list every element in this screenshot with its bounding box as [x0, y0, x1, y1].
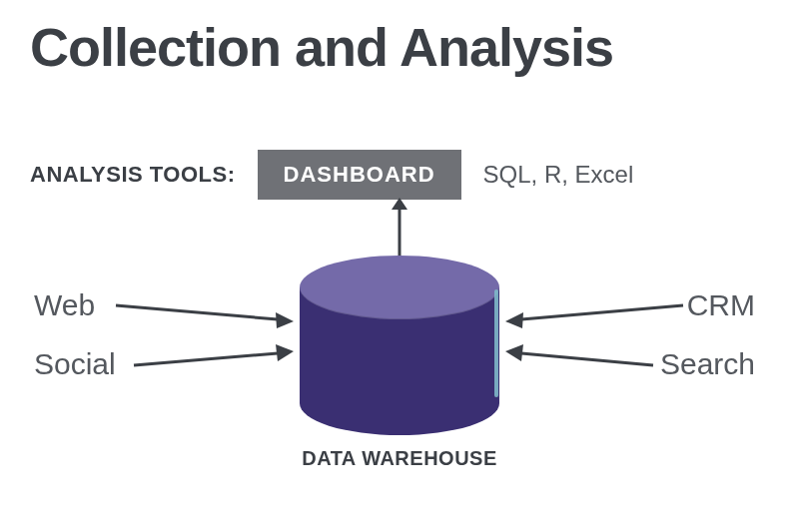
- analysis-tools-label: ANALYSIS TOOLS:: [30, 162, 236, 188]
- page-title: Collection and Analysis: [30, 16, 613, 78]
- arrow-search-icon: [503, 347, 653, 383]
- arrow-social-icon: [134, 347, 296, 383]
- source-social: Social: [34, 347, 116, 381]
- diagram-stage: Collection and Analysis ANALYSIS TOOLS: …: [0, 0, 799, 532]
- svg-line-4: [521, 353, 653, 365]
- analysis-tools-row: ANALYSIS TOOLS: DASHBOARD SQL, R, Excel: [30, 150, 633, 200]
- svg-line-1: [116, 305, 278, 319]
- arrow-crm-icon: [503, 295, 683, 331]
- source-web: Web: [34, 288, 95, 322]
- data-warehouse-cylinder-icon: [300, 256, 499, 435]
- dashboard-box: DASHBOARD: [258, 150, 461, 200]
- source-search: Search: [660, 347, 755, 381]
- source-crm: CRM: [687, 288, 755, 322]
- arrow-web-icon: [116, 295, 296, 331]
- svg-line-2: [134, 353, 278, 365]
- data-warehouse-label: DATA WAREHOUSE: [0, 447, 799, 470]
- svg-line-3: [521, 305, 683, 319]
- analysis-tools-secondary: SQL, R, Excel: [483, 161, 634, 189]
